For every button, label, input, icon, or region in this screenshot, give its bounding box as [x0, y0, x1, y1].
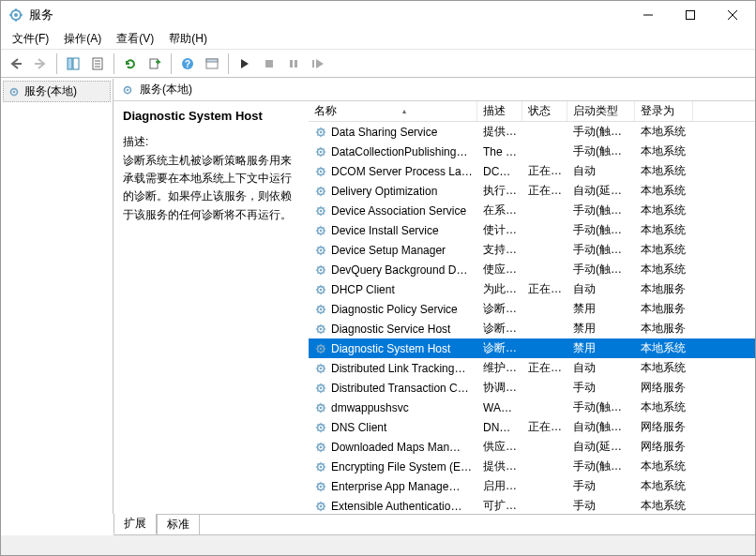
service-row[interactable]: DHCP Client为此…正在…自动本地服务 — [309, 279, 755, 299]
service-name: Encrypting File System (E… — [331, 460, 472, 473]
svg-point-132 — [320, 327, 323, 330]
separator — [228, 53, 229, 74]
column-startup-type[interactable]: 启动类型 — [567, 101, 635, 121]
detail-pane: Diagnostic System Host 描述: 诊断系统主机被诊断策略服务… — [113, 101, 309, 514]
stop-service-button[interactable] — [258, 53, 280, 75]
service-row[interactable]: DataCollectionPublishing…The …手动(触发…本地系统 — [309, 142, 755, 161]
service-row[interactable]: Distributed Transaction C…协调…手动网络服务 — [309, 378, 755, 398]
gear-icon — [314, 263, 327, 277]
show-hide-tree-button[interactable] — [62, 53, 84, 75]
service-row[interactable]: DCOM Server Process La…DCO…正在…自动本地系统 — [309, 161, 755, 181]
service-logon: 本地系统 — [635, 222, 693, 238]
service-start: 自动 — [567, 163, 635, 179]
column-status[interactable]: 状态 — [522, 101, 567, 121]
forward-button[interactable] — [29, 53, 52, 75]
list-body[interactable]: Data Sharing Service提供…手动(触发…本地系统DataCol… — [309, 122, 755, 514]
refresh-button[interactable] — [119, 53, 142, 75]
pane-title: 服务(本地) — [140, 82, 192, 98]
service-row[interactable]: Diagnostic Service Host诊断…禁用本地服务 — [309, 319, 755, 338]
gear-icon — [314, 401, 327, 414]
service-row[interactable]: DNS ClientDNS…正在…自动(触发…网络服务 — [309, 417, 755, 437]
minimize-button[interactable] — [627, 2, 669, 29]
column-description[interactable]: 描述 — [477, 101, 522, 121]
service-name: Downloaded Maps Man… — [331, 441, 461, 454]
close-button[interactable] — [711, 2, 753, 29]
service-row[interactable]: Encrypting File System (E…提供…手动(触发…本地系统 — [309, 457, 755, 476]
service-name: DataCollectionPublishing… — [331, 145, 467, 158]
svg-point-1 — [14, 13, 18, 17]
svg-rect-22 — [206, 59, 218, 62]
service-row[interactable]: Device Install Service使计…手动(触发…本地系统 — [309, 220, 755, 240]
props-sheet-button[interactable] — [201, 53, 223, 75]
gear-icon — [314, 421, 327, 434]
service-row[interactable]: Downloaded Maps Man…供应…自动(延迟…网络服务 — [309, 437, 755, 457]
pane-header: 服务(本地) — [113, 79, 755, 101]
service-row[interactable]: Device Association Service在系…手动(触发…本地系统 — [309, 201, 755, 220]
service-logon: 网络服务 — [635, 380, 693, 396]
service-desc: DNS… — [477, 421, 522, 434]
selected-service-name: Diagnostic System Host — [123, 109, 299, 123]
service-row[interactable]: Diagnostic Policy Service诊断…禁用本地服务 — [309, 299, 755, 319]
tab-standard[interactable]: 标准 — [157, 515, 200, 534]
sort-indicator-icon: ▴ — [402, 107, 406, 115]
service-name: DHCP Client — [331, 283, 395, 296]
list-header: 名称▴ 描述 状态 启动类型 登录为 — [309, 101, 755, 122]
start-service-button[interactable] — [234, 53, 256, 75]
tab-extended[interactable]: 扩展 — [113, 514, 157, 534]
service-name: Delivery Optimization — [331, 185, 437, 198]
column-logon-as[interactable]: 登录为 — [635, 101, 693, 121]
properties-button[interactable] — [86, 53, 109, 75]
service-logon: 本地系统 — [635, 124, 693, 140]
gear-icon — [314, 204, 327, 218]
gear-icon — [314, 145, 327, 158]
statusbar — [1, 534, 755, 555]
menubar: 文件(F) 操作(A) 查看(V) 帮助(H) — [1, 29, 755, 50]
gear-icon — [314, 460, 327, 473]
service-name: Distributed Transaction C… — [331, 382, 469, 395]
service-name: Data Sharing Service — [331, 126, 437, 139]
service-start: 手动 — [567, 478, 635, 494]
pause-service-button[interactable] — [282, 53, 305, 75]
menu-view[interactable]: 查看(V) — [109, 29, 161, 49]
service-list: 名称▴ 描述 状态 启动类型 登录为 Data Sharing Service提… — [309, 101, 755, 514]
service-row[interactable]: DevQuery Background D…使应…手动(触发…本地系统 — [309, 260, 755, 279]
service-logon: 网络服务 — [635, 439, 693, 455]
navigation-pane: 服务(本地) — [1, 79, 113, 514]
back-button[interactable] — [5, 53, 27, 75]
service-row[interactable]: Distributed Link Tracking…维护…正在…自动本地系统 — [309, 358, 755, 378]
service-row[interactable]: dmwappushsvcWAP…手动(触发…本地系统 — [309, 398, 755, 417]
service-start: 手动(触发… — [567, 203, 635, 218]
service-logon: 本地系统 — [635, 458, 693, 474]
service-row[interactable]: Diagnostic System Host诊断…禁用本地系统 — [309, 338, 755, 358]
maximize-button[interactable] — [669, 2, 711, 29]
service-name: dmwappushsvc — [331, 401, 409, 414]
service-row[interactable]: Data Sharing Service提供…手动(触发…本地系统 — [309, 122, 755, 142]
restart-service-button[interactable] — [307, 53, 329, 75]
column-name[interactable]: 名称▴ — [309, 101, 477, 121]
content-pane: 服务(本地) Diagnostic System Host 描述: 诊断系统主机… — [113, 79, 755, 514]
service-logon: 本地系统 — [635, 360, 693, 376]
service-name: Diagnostic Policy Service — [331, 303, 458, 316]
tree-node-services-local[interactable]: 服务(本地) — [3, 81, 111, 102]
help-button[interactable]: ? — [176, 53, 199, 75]
service-row[interactable]: Device Setup Manager支持…手动(触发…本地系统 — [309, 240, 755, 260]
service-status: 正在… — [522, 183, 567, 199]
gear-icon — [314, 323, 327, 336]
svg-point-212 — [320, 485, 323, 488]
menu-file[interactable]: 文件(F) — [5, 29, 56, 49]
service-desc: 可扩… — [477, 498, 522, 514]
menu-action[interactable]: 操作(A) — [56, 29, 109, 49]
svg-rect-24 — [290, 60, 293, 68]
svg-point-52 — [320, 170, 323, 173]
menu-help[interactable]: 帮助(H) — [161, 29, 215, 49]
service-row[interactable]: Delivery Optimization执行…正在…自动(延迟…本地系统 — [309, 181, 755, 201]
service-desc: 提供… — [477, 458, 522, 474]
service-start: 自动(延迟… — [567, 439, 635, 455]
service-start: 自动 — [567, 360, 635, 376]
service-name: Enterprise App Manage… — [331, 480, 460, 493]
service-start: 禁用 — [567, 321, 635, 337]
export-button[interactable] — [144, 53, 166, 75]
service-row[interactable]: Extensible Authenticatio…可扩…手动本地系统 — [309, 496, 755, 514]
service-row[interactable]: Enterprise App Manage…启用…手动本地系统 — [309, 476, 755, 496]
service-desc: 支持… — [477, 242, 522, 258]
